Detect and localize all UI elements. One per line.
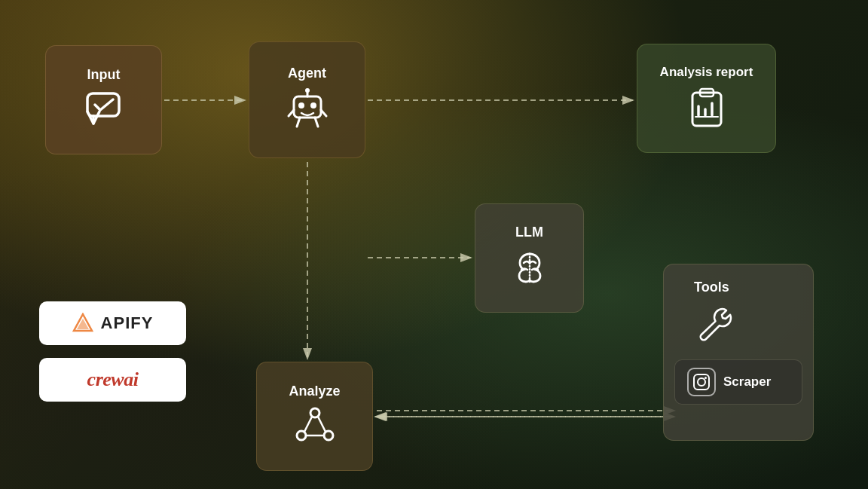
- svg-point-36: [704, 377, 707, 379]
- apify-logo: APIFY: [39, 301, 186, 345]
- analysis-icon: [686, 87, 727, 133]
- svg-rect-34: [694, 374, 709, 390]
- llm-icon: [509, 246, 550, 292]
- svg-line-31: [304, 417, 312, 432]
- agent-node: Agent: [249, 41, 365, 158]
- apify-icon: [72, 313, 93, 334]
- agent-label: Agent: [288, 66, 326, 81]
- svg-line-19: [297, 118, 300, 127]
- input-node: Input: [45, 45, 162, 154]
- analyze-node: Analyze: [256, 362, 373, 471]
- agent-icon: [286, 87, 329, 135]
- scraper-badge: Scraper: [674, 359, 802, 405]
- apify-text: APIFY: [101, 313, 154, 333]
- tools-icon: [694, 303, 735, 349]
- instagram-icon: [687, 368, 716, 396]
- analyze-label: Analyze: [289, 384, 340, 399]
- crewai-logo: crewai: [39, 358, 186, 402]
- svg-rect-11: [87, 93, 119, 116]
- svg-rect-21: [692, 93, 721, 126]
- tools-node: Tools Scraper: [663, 264, 814, 441]
- svg-point-14: [310, 102, 316, 108]
- svg-point-16: [305, 88, 310, 93]
- analysis-label: Analysis report: [660, 64, 753, 80]
- svg-point-35: [698, 378, 705, 386]
- input-label: Input: [87, 67, 121, 83]
- llm-node: LLM: [475, 203, 584, 313]
- input-icon: [84, 89, 124, 133]
- analyze-icon: [295, 405, 335, 450]
- crewai-text: crewai: [87, 368, 139, 391]
- llm-label: LLM: [515, 225, 543, 240]
- svg-line-20: [315, 118, 318, 127]
- analysis-node: Analysis report: [637, 44, 776, 153]
- svg-line-32: [318, 417, 326, 432]
- tools-label: Tools: [694, 280, 729, 295]
- svg-point-13: [298, 102, 304, 108]
- scraper-label: Scraper: [723, 374, 771, 390]
